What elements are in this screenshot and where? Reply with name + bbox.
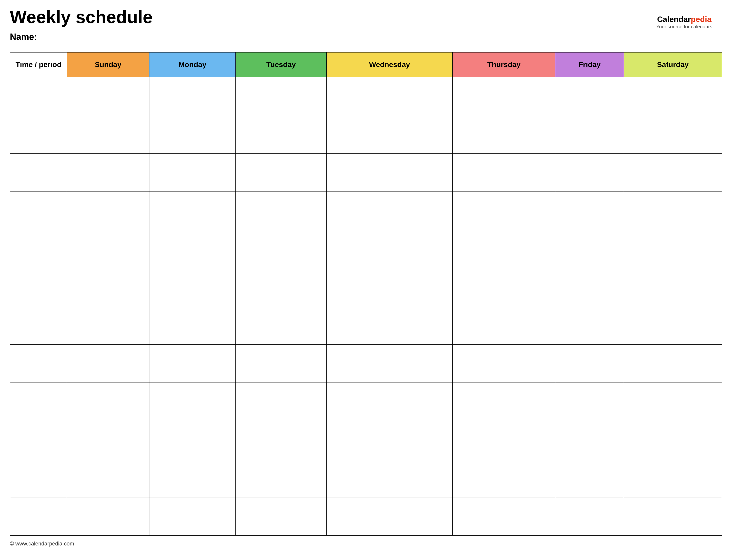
schedule-cell[interactable] — [624, 421, 722, 459]
schedule-cell[interactable] — [555, 497, 624, 535]
schedule-cell[interactable] — [149, 497, 236, 535]
time-period-cell[interactable] — [10, 268, 67, 306]
schedule-cell[interactable] — [624, 306, 722, 344]
table-header-row: Time / period Sunday Monday Tuesday Wedn… — [10, 52, 722, 77]
time-period-cell[interactable] — [10, 230, 67, 268]
table-row — [10, 77, 722, 115]
schedule-cell[interactable] — [555, 306, 624, 344]
schedule-cell[interactable] — [624, 77, 722, 115]
schedule-cell[interactable] — [624, 344, 722, 383]
schedule-cell[interactable] — [326, 268, 453, 306]
table-row — [10, 344, 722, 383]
schedule-cell[interactable] — [149, 344, 236, 383]
schedule-cell[interactable] — [555, 421, 624, 459]
schedule-cell[interactable] — [555, 230, 624, 268]
schedule-cell[interactable] — [236, 268, 327, 306]
schedule-cell[interactable] — [453, 77, 555, 115]
schedule-cell[interactable] — [149, 459, 236, 497]
schedule-cell[interactable] — [236, 192, 327, 230]
schedule-cell[interactable] — [326, 153, 453, 192]
schedule-cell[interactable] — [624, 230, 722, 268]
schedule-cell[interactable] — [326, 421, 453, 459]
schedule-cell[interactable] — [149, 192, 236, 230]
schedule-cell[interactable] — [236, 230, 327, 268]
schedule-cell[interactable] — [453, 344, 555, 383]
time-period-cell[interactable] — [10, 77, 67, 115]
schedule-cell[interactable] — [236, 153, 327, 192]
schedule-cell[interactable] — [453, 497, 555, 535]
schedule-cell[interactable] — [453, 421, 555, 459]
schedule-cell[interactable] — [67, 230, 149, 268]
schedule-cell[interactable] — [236, 421, 327, 459]
schedule-cell[interactable] — [67, 192, 149, 230]
time-period-cell[interactable] — [10, 115, 67, 153]
schedule-cell[interactable] — [149, 153, 236, 192]
time-period-cell[interactable] — [10, 383, 67, 421]
schedule-cell[interactable] — [624, 268, 722, 306]
schedule-cell[interactable] — [326, 459, 453, 497]
schedule-cell[interactable] — [326, 344, 453, 383]
time-period-cell[interactable] — [10, 306, 67, 344]
schedule-cell[interactable] — [326, 192, 453, 230]
schedule-cell[interactable] — [555, 115, 624, 153]
schedule-cell[interactable] — [67, 268, 149, 306]
schedule-cell[interactable] — [236, 497, 327, 535]
schedule-cell[interactable] — [149, 306, 236, 344]
header-saturday: Saturday — [624, 52, 722, 77]
time-period-cell[interactable] — [10, 153, 67, 192]
schedule-cell[interactable] — [236, 459, 327, 497]
schedule-cell[interactable] — [555, 192, 624, 230]
schedule-cell[interactable] — [326, 497, 453, 535]
schedule-cell[interactable] — [149, 115, 236, 153]
schedule-cell[interactable] — [453, 153, 555, 192]
schedule-cell[interactable] — [326, 383, 453, 421]
schedule-cell[interactable] — [624, 115, 722, 153]
schedule-cell[interactable] — [453, 115, 555, 153]
schedule-cell[interactable] — [555, 153, 624, 192]
time-period-cell[interactable] — [10, 344, 67, 383]
schedule-cell[interactable] — [67, 497, 149, 535]
schedule-cell[interactable] — [453, 268, 555, 306]
schedule-cell[interactable] — [67, 306, 149, 344]
schedule-cell[interactable] — [555, 383, 624, 421]
schedule-cell[interactable] — [67, 77, 149, 115]
schedule-cell[interactable] — [624, 459, 722, 497]
schedule-cell[interactable] — [326, 306, 453, 344]
schedule-cell[interactable] — [555, 268, 624, 306]
schedule-cell[interactable] — [453, 459, 555, 497]
schedule-cell[interactable] — [555, 77, 624, 115]
time-period-cell[interactable] — [10, 421, 67, 459]
schedule-cell[interactable] — [555, 459, 624, 497]
schedule-cell[interactable] — [624, 153, 722, 192]
schedule-cell[interactable] — [624, 383, 722, 421]
schedule-cell[interactable] — [67, 459, 149, 497]
schedule-cell[interactable] — [236, 344, 327, 383]
schedule-cell[interactable] — [555, 344, 624, 383]
schedule-cell[interactable] — [326, 230, 453, 268]
schedule-cell[interactable] — [236, 306, 327, 344]
schedule-cell[interactable] — [453, 230, 555, 268]
schedule-cell[interactable] — [624, 497, 722, 535]
time-period-cell[interactable] — [10, 497, 67, 535]
schedule-cell[interactable] — [236, 383, 327, 421]
schedule-cell[interactable] — [326, 77, 453, 115]
schedule-cell[interactable] — [149, 268, 236, 306]
schedule-cell[interactable] — [67, 344, 149, 383]
schedule-cell[interactable] — [236, 115, 327, 153]
schedule-cell[interactable] — [67, 115, 149, 153]
schedule-cell[interactable] — [149, 383, 236, 421]
schedule-cell[interactable] — [453, 192, 555, 230]
time-period-cell[interactable] — [10, 459, 67, 497]
schedule-cell[interactable] — [149, 230, 236, 268]
schedule-cell[interactable] — [149, 77, 236, 115]
schedule-cell[interactable] — [624, 192, 722, 230]
schedule-cell[interactable] — [67, 421, 149, 459]
schedule-cell[interactable] — [149, 421, 236, 459]
time-period-cell[interactable] — [10, 192, 67, 230]
schedule-cell[interactable] — [67, 153, 149, 192]
schedule-cell[interactable] — [67, 383, 149, 421]
schedule-cell[interactable] — [453, 306, 555, 344]
schedule-cell[interactable] — [326, 115, 453, 153]
schedule-cell[interactable] — [236, 77, 327, 115]
schedule-cell[interactable] — [453, 383, 555, 421]
